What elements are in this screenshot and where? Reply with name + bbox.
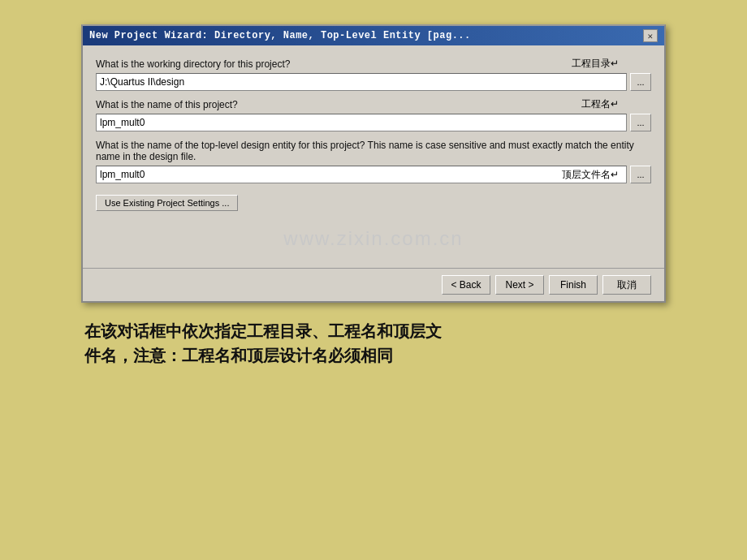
top-level-section: What is the name of the top-level design… xyxy=(96,140,651,183)
caption-line2: 件名，注意：工程名和顶层设计名必须相同 xyxy=(84,343,663,368)
dialog-window: New Project Wizard: Directory, Name, Top… xyxy=(81,24,666,303)
working-dir-input[interactable] xyxy=(96,73,627,91)
working-dir-annotation: 工程目录↵ xyxy=(572,57,619,71)
working-dir-browse[interactable]: ... xyxy=(630,73,651,91)
close-button[interactable]: ✕ xyxy=(643,29,658,42)
dialog-footer: < Back Next > Finish 取消 xyxy=(83,268,664,301)
project-name-annotation: 工程名↵ xyxy=(581,97,619,111)
project-name-input[interactable] xyxy=(96,114,627,131)
caption-line1: 在该对话框中依次指定工程目录、工程名和顶层文 xyxy=(84,319,663,343)
top-level-annotation: 顶层文件名↵ xyxy=(562,168,619,182)
project-name-label: What is the name of this project? xyxy=(96,99,651,110)
project-name-section: What is the name of this project? ... 工程… xyxy=(96,99,651,131)
slide-container: New Project Wizard: Directory, Name, Top… xyxy=(0,0,747,560)
next-button[interactable]: Next > xyxy=(495,275,544,295)
use-existing-button[interactable]: Use Existing Project Settings ... xyxy=(96,195,238,211)
top-level-label: What is the name of the top-level design… xyxy=(96,140,651,162)
top-level-browse[interactable]: ... xyxy=(630,166,651,183)
cancel-button[interactable]: 取消 xyxy=(602,275,651,295)
working-dir-section: What is the working directory for this p… xyxy=(96,58,651,91)
use-existing-section: Use Existing Project Settings ... xyxy=(96,192,651,211)
dialog-titlebar: New Project Wizard: Directory, Name, Top… xyxy=(83,26,664,45)
project-name-browse[interactable]: ... xyxy=(630,114,651,131)
watermark: www.zixin.com.cn xyxy=(96,211,651,258)
top-level-input[interactable] xyxy=(96,166,627,183)
caption-area: 在该对话框中依次指定工程目录、工程名和顶层文 件名，注意：工程名和顶层设计名必须… xyxy=(81,319,666,368)
dialog-body: What is the working directory for this p… xyxy=(83,45,664,268)
finish-button[interactable]: Finish xyxy=(549,275,598,295)
working-dir-label: What is the working directory for this p… xyxy=(96,58,651,70)
dialog-title: New Project Wizard: Directory, Name, Top… xyxy=(89,30,471,41)
back-button[interactable]: < Back xyxy=(442,275,490,295)
